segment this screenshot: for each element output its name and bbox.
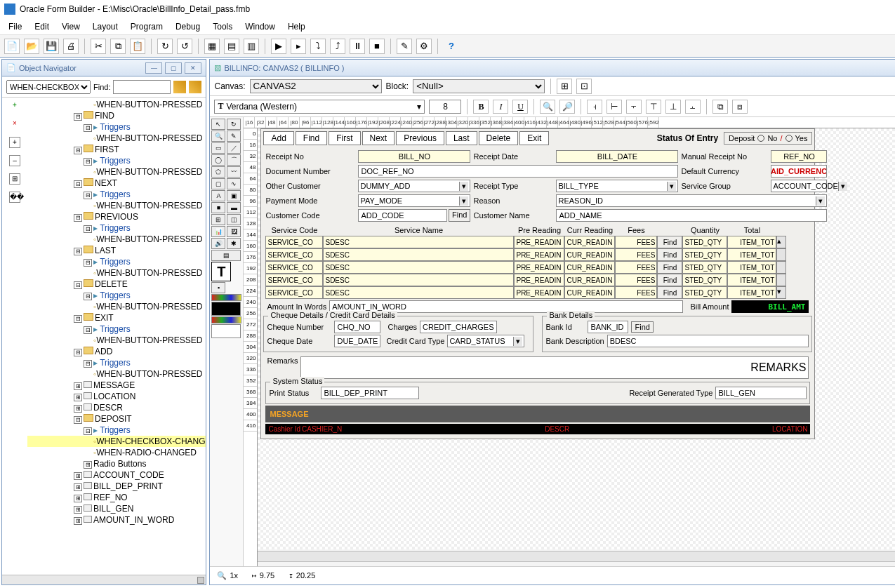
table-row[interactable]: SERVICE_COSDESCPRE_READINCUR_READINFEESF… — [261, 261, 814, 274]
exit-button[interactable]: Exit — [519, 131, 549, 145]
tree-node[interactable]: ◦WHEN-BUTTON-PRESSED — [27, 335, 206, 346]
delete-icon[interactable]: × — [9, 119, 20, 130]
pre-reading-cell[interactable]: PRE_READIN — [514, 286, 564, 299]
horizontal-scrollbar[interactable] — [248, 551, 895, 562]
service-name-cell[interactable]: SDESC — [323, 286, 514, 299]
chart-icon[interactable]: 📊 — [211, 226, 225, 237]
navigator-tree[interactable]: ◦WHEN-BUTTON-PRESSED⊟FIND⊟▸ Triggers◦WHE… — [27, 98, 206, 575]
service-name-cell[interactable]: SDESC — [323, 261, 514, 274]
cheque-date-field[interactable]: DUE_DATE — [334, 335, 380, 347]
ole-icon[interactable]: ⊞ — [211, 214, 225, 225]
collapse-all-icon[interactable]: �� — [9, 192, 20, 203]
tree-node[interactable]: ⊟▸ Triggers — [27, 222, 206, 234]
canvas-scroll[interactable]: |16|32|48|64|80|96|112|128|144|160|176|1… — [244, 117, 895, 566]
bold-icon[interactable]: B — [473, 100, 489, 114]
tree-node[interactable]: ⊟NEXT — [27, 178, 206, 189]
first-button[interactable]: First — [329, 131, 360, 145]
navigator-scrollbar[interactable] — [2, 575, 206, 584]
tree-node[interactable]: ⊟DEPOSIT — [27, 413, 206, 425]
menu-view[interactable]: View — [56, 20, 86, 33]
find-input[interactable] — [113, 80, 171, 94]
print-status-field[interactable]: BILL_DEP_PRINT — [321, 387, 419, 399]
frame-icon[interactable]: ▣ — [227, 190, 241, 201]
fill-color-icon[interactable]: ▪ — [211, 282, 225, 293]
tree-node[interactable]: ⊞REF_NO — [27, 492, 206, 503]
pre-reading-cell[interactable]: PRE_READIN — [514, 248, 564, 261]
customer-code-find-button[interactable]: Find — [449, 209, 470, 222]
font-select[interactable]: TVerdana (Western)▾ — [214, 100, 425, 114]
wizard-icon[interactable]: ✎ — [397, 39, 412, 54]
service-name-cell[interactable]: SDESC — [323, 248, 514, 261]
minimize-icon[interactable]: — — [145, 62, 162, 74]
table-row[interactable]: SERVICE_COSDESCPRE_READINCUR_READINFEESF… — [261, 274, 814, 286]
tree-node[interactable]: ⊞LOCATION — [27, 391, 206, 402]
canvas-select[interactable]: CANVAS2 — [250, 79, 382, 93]
curr-reading-cell[interactable]: CUR_READIN — [564, 236, 615, 248]
cc-type-select[interactable]: CARD_STATUS▾ — [447, 335, 524, 347]
tree-node[interactable]: ⊟PREVIOUS — [27, 211, 206, 222]
paste-icon[interactable]: 📋 — [130, 39, 145, 54]
tree-node[interactable]: ◦WHEN-BUTTON-PRESSED — [27, 99, 206, 110]
polygon-icon[interactable]: ⬠ — [211, 166, 225, 178]
bring-front-icon[interactable]: ⧉ — [712, 100, 728, 114]
tree-node[interactable]: ⊟▸ Triggers — [27, 189, 206, 200]
close-icon[interactable]: ✕ — [185, 62, 201, 74]
canvas-area[interactable]: Add Find First Next Previous Last Delete… — [258, 128, 895, 549]
db-icon[interactable]: ▥ — [244, 39, 259, 54]
canvas-titlebar[interactable]: ▧BILLINFO: CANVAS2 ( BILLINFO ) — ▢ ✕ — [210, 60, 895, 76]
row-find-button[interactable]: Find — [657, 261, 682, 274]
swatch-black[interactable] — [211, 302, 241, 316]
tree-node[interactable]: ⊞MESSAGE — [27, 380, 206, 391]
compile-icon[interactable]: ↻ — [157, 39, 173, 54]
polyline-icon[interactable]: 〰 — [227, 166, 241, 178]
italic-icon[interactable]: I — [493, 100, 508, 114]
find-button[interactable]: Find — [296, 131, 327, 145]
curr-reading-cell[interactable]: CUR_READIN — [564, 274, 615, 286]
tree-node[interactable]: ◦WHEN-BUTTON-PRESSED — [27, 166, 206, 178]
qty-cell[interactable]: STED_QTY — [682, 274, 727, 286]
tree-node[interactable]: ◦WHEN-BUTTON-PRESSED — [27, 133, 206, 144]
collapse-icon[interactable]: – — [9, 155, 20, 166]
last-button[interactable]: Last — [446, 131, 477, 145]
input-icon[interactable]: ▬ — [227, 202, 241, 213]
doc-number-field[interactable]: DOC_REF_NO — [358, 165, 678, 178]
tree-node[interactable]: ⊟DELETE — [27, 279, 206, 290]
freehand-icon[interactable]: ∿ — [227, 178, 241, 189]
add-button[interactable]: Add — [263, 131, 293, 145]
receipt-date-field[interactable]: BILL_DATE — [556, 150, 678, 163]
receipt-type-select[interactable]: BILL_TYPE▾ — [556, 180, 678, 192]
fees-cell[interactable]: FEES — [615, 261, 657, 274]
tree-node[interactable]: ◦WHEN-BUTTON-PRESSED — [27, 368, 206, 380]
tree-node[interactable]: ⊟▸ Triggers — [27, 155, 206, 166]
total-cell[interactable]: ITEM_TOT — [727, 261, 776, 274]
row-find-button[interactable]: Find — [657, 248, 682, 261]
row-find-button[interactable]: Find — [657, 274, 682, 286]
curr-reading-cell[interactable]: CUR_READIN — [564, 261, 615, 274]
manual-receipt-field[interactable]: REF_NO — [771, 150, 827, 163]
rect-icon[interactable]: ▭ — [211, 142, 225, 154]
align-right-icon[interactable]: ⫟ — [626, 100, 642, 114]
text-color-icon[interactable]: T — [211, 262, 231, 281]
reason-select[interactable]: REASON_ID▾ — [556, 194, 827, 207]
new-icon[interactable]: 📄 — [4, 39, 20, 54]
tree-node[interactable]: ⊟LAST — [27, 245, 206, 256]
next-button[interactable]: Next — [362, 131, 395, 145]
block-select[interactable]: <Null> — [413, 79, 545, 93]
qty-cell[interactable]: STED_QTY — [682, 236, 727, 248]
reshape-icon[interactable]: ✎ — [227, 131, 241, 142]
total-cell[interactable]: ITEM_TOT — [727, 286, 776, 299]
service-code-cell[interactable]: SERVICE_CO — [265, 261, 323, 274]
open-icon[interactable]: 📂 — [24, 39, 39, 54]
row-find-button[interactable]: Find — [657, 286, 682, 299]
tree-node[interactable]: ◦WHEN-RADIO-CHANGED — [27, 447, 206, 458]
service-code-cell[interactable]: SERVICE_CO — [265, 236, 323, 248]
default-currency-field[interactable]: PAID_CURRENCY — [771, 165, 827, 178]
radio-no[interactable] — [757, 135, 764, 142]
receipt-gen-field[interactable]: BILL_GEN — [715, 387, 807, 399]
line-icon[interactable]: ／ — [227, 142, 241, 154]
tree-node[interactable]: ⊟▸ Triggers — [27, 256, 206, 267]
pause-icon[interactable]: ⏸ — [350, 39, 365, 54]
arc-icon[interactable]: ⌒ — [227, 154, 241, 166]
tree-node[interactable]: ⊟EXIT — [27, 312, 206, 323]
total-cell[interactable]: ITEM_TOT — [727, 248, 776, 261]
